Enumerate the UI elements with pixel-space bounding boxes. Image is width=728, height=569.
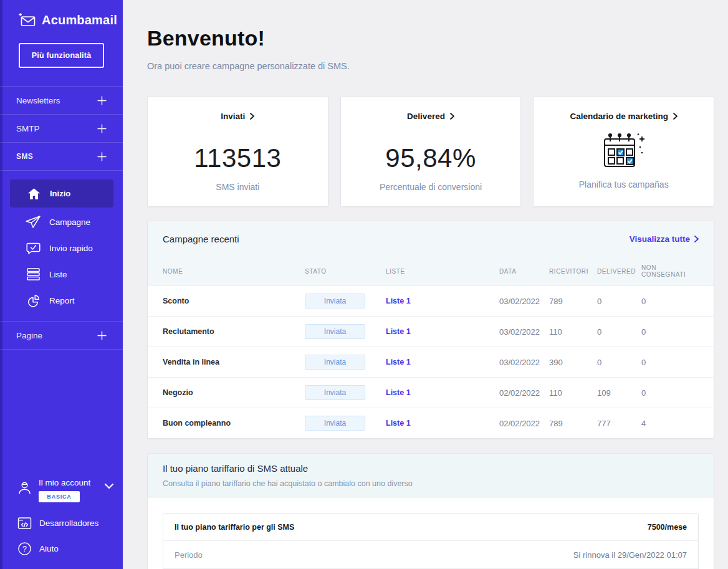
plus-icon[interactable] (97, 96, 107, 105)
campaign-name: Sconto (163, 297, 305, 305)
campaign-recipients: 110 (549, 327, 597, 337)
sidebar-item-label: Aiuto (39, 544, 59, 553)
sidebar-item-report[interactable]: Report (0, 287, 123, 313)
sidebar-item-liste[interactable]: Liste (0, 261, 123, 287)
page-title: Benvenuto! (147, 26, 714, 50)
panel-title: Campagne recenti (163, 234, 239, 244)
campaign-undelivered: 0 (641, 358, 699, 367)
list-link[interactable]: Liste 1 (386, 388, 499, 397)
chevron-right-icon (694, 236, 699, 242)
column-header: NOME (163, 268, 305, 275)
list-rows-icon (25, 268, 41, 280)
sidebar-item-inizio[interactable]: Inizio (10, 179, 113, 208)
stat-caption: Planifica tus campañas (579, 179, 669, 189)
view-all-label: Visualizza tutte (630, 234, 690, 244)
sidebar-item-newsletters[interactable]: Newsletters (0, 87, 123, 114)
plan-badge: BASICA (39, 491, 80, 502)
chevron-right-icon (250, 113, 254, 120)
stat-title: Inviati (221, 112, 245, 121)
sidebar-item-label: Inizio (50, 189, 70, 198)
campaign-delivered: 109 (597, 388, 641, 398)
list-link[interactable]: Liste 1 (386, 297, 499, 305)
table-row: Sconto Inviata Liste 1 03/02/2022 789 0 … (148, 285, 714, 316)
campaign-date: 02/02/2022 (499, 388, 549, 398)
campaign-undelivered: 4 (641, 419, 699, 428)
status-badge[interactable]: Inviata (305, 385, 365, 400)
list-link[interactable]: Liste 1 (386, 327, 499, 336)
more-features-button[interactable]: Più funzionalità (19, 43, 104, 68)
logo[interactable]: Acumbamail (0, 0, 123, 27)
plus-icon[interactable] (97, 331, 107, 340)
envelope-plus-icon (19, 12, 36, 27)
stat-card-inviati[interactable]: Inviati 113513 SMS inviati (147, 96, 328, 207)
stat-caption: SMS inviati (216, 182, 259, 192)
chevron-right-icon (450, 113, 454, 120)
campaign-delivered: 0 (597, 358, 641, 367)
sidebar-item-developers[interactable]: Desarrolladores (0, 510, 123, 536)
chat-check-icon (25, 242, 41, 255)
chevron-down-icon[interactable] (104, 483, 114, 489)
code-window-icon (17, 517, 32, 530)
plan-card-quota: 7500/mese (648, 523, 687, 532)
view-all-link[interactable]: Visualizza tutte (630, 234, 699, 244)
account-label: Il mio account (39, 478, 90, 487)
calendar-checked-icon (600, 130, 648, 173)
list-link[interactable]: Liste 1 (386, 358, 499, 366)
status-badge[interactable]: Inviata (305, 416, 365, 431)
campaign-date: 03/02/2022 (499, 327, 549, 337)
status-badge[interactable]: Inviata (305, 355, 365, 370)
stat-cards: Inviati 113513 SMS inviati Delivered 95,… (147, 96, 714, 207)
stat-card-delivered[interactable]: Delivered 95,84% Percentuale di conversi… (340, 96, 522, 207)
sidebar-item-account[interactable]: Il mio account BASICA (0, 478, 123, 502)
sidebar-item-label: Pagine (16, 331, 42, 340)
status-badge[interactable]: Inviata (305, 324, 365, 339)
plan-period-label: Periodo (175, 550, 203, 560)
column-header: RICEVITORI (549, 268, 597, 275)
sidebar-item-label: Newsletters (16, 96, 60, 105)
plus-icon[interactable] (97, 152, 107, 161)
sidebar-item-invio-rapido[interactable]: Invio rapido (0, 235, 123, 261)
campaign-delivered: 0 (597, 327, 641, 337)
campaign-recipients: 789 (549, 419, 597, 428)
status-badge[interactable]: Inviata (305, 294, 365, 308)
sidebar-item-label: Campagne (49, 218, 90, 227)
sidebar-item-sms[interactable]: SMS (0, 143, 123, 170)
chevron-right-icon (673, 113, 678, 120)
sms-plan-panel: Il tuo piano tariffario di SMS attuale C… (147, 453, 714, 569)
sidebar-item-label: SMS (16, 152, 33, 161)
plus-icon[interactable] (97, 124, 107, 133)
sidebar-spacer (0, 350, 123, 478)
campaign-recipients: 110 (549, 388, 597, 398)
sidebar-bottom: Il mio account BASICA Desarrollado (0, 478, 123, 569)
sidebar-item-help[interactable]: ? Aiuto (0, 536, 123, 562)
stat-caption: Percentuale di conversioni (380, 182, 482, 192)
home-icon (26, 188, 42, 200)
sidebar: Acumbamail Più funzionalità Newsletters … (0, 0, 123, 569)
sidebar-item-label: Liste (49, 270, 67, 279)
table-row: Vendita in linea Inviata Liste 1 03/02/2… (148, 347, 714, 377)
campaign-undelivered: 0 (641, 297, 699, 306)
stat-title: Delivered (407, 112, 445, 121)
main-content: Benvenuto! Ora puoi creare campagne pers… (123, 0, 728, 569)
campaign-name: Reclutamento (163, 327, 305, 336)
campaign-name: Vendita in linea (163, 358, 305, 366)
user-icon (17, 481, 32, 495)
stat-card-marketing-calendar[interactable]: Calendario de marketing (533, 96, 714, 207)
recent-campaigns-panel: Campagne recenti Visualizza tutte NOME S… (147, 221, 714, 439)
list-link[interactable]: Liste 1 (386, 419, 499, 428)
column-header: NON CONSEGNATI (641, 264, 699, 278)
stat-title: Calendario de marketing (570, 112, 668, 121)
plan-title: Il tuo piano tariffario di SMS attuale (163, 463, 699, 474)
sidebar-item-smtp[interactable]: SMTP (0, 115, 123, 142)
sidebar-item-pagine[interactable]: Pagine (0, 322, 123, 349)
stat-value: 113513 (194, 143, 281, 173)
sidebar-scrollbar-track (0, 0, 2, 569)
table-row: Buon compleanno Inviata Liste 1 02/02/20… (148, 408, 714, 438)
page-subtitle: Ora puoi creare campagne personalizzate … (147, 61, 714, 71)
column-header: STATO (305, 268, 386, 275)
svg-text:?: ? (22, 545, 27, 553)
question-circle-icon: ? (17, 542, 32, 556)
campaign-undelivered: 0 (641, 388, 699, 398)
table-row: Reclutamento Inviata Liste 1 03/02/2022 … (148, 316, 714, 347)
sidebar-item-campagne[interactable]: Campagne (0, 209, 123, 235)
